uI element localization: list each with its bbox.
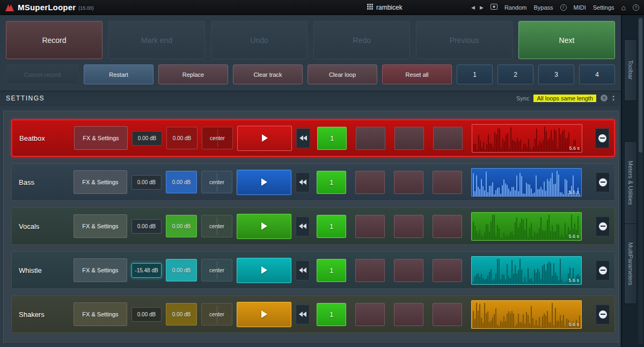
loop-slot-1[interactable]: 1 (317, 127, 347, 150)
waveform-display[interactable]: 5.6 s (471, 212, 582, 241)
play-button[interactable] (237, 214, 291, 239)
toolbar-button-undo[interactable]: Undo (211, 21, 308, 59)
loop-gain-value[interactable]: 0.00 dB (166, 259, 197, 281)
pan-value[interactable]: center (201, 259, 232, 281)
loop-slot-4[interactable] (433, 171, 462, 194)
toolbar-button-mark-end[interactable]: Mark end (108, 21, 205, 59)
bypass-button[interactable]: Bypass (533, 4, 553, 11)
play-button[interactable] (237, 302, 291, 327)
loop-slot-4[interactable] (433, 127, 463, 150)
home-icon[interactable]: ⌂ (621, 3, 626, 12)
track-gain-value[interactable]: -15.48 dB (131, 263, 162, 278)
side-tab-multiparameters[interactable]: MultiParameters (624, 223, 637, 304)
loop-slot-2[interactable] (356, 127, 385, 150)
toolbar-button-next[interactable]: Next (518, 21, 615, 59)
info-icon[interactable]: ! (560, 4, 567, 11)
loop-slot-3[interactable] (394, 259, 423, 282)
preset-selector[interactable]: rambicek (367, 4, 402, 11)
loop-slot-1[interactable]: 1 (317, 215, 346, 238)
prev-preset-icon[interactable]: ◀ (471, 5, 475, 10)
loop-slot-2[interactable] (355, 259, 385, 282)
pan-value[interactable]: center (201, 303, 232, 326)
next-preset-icon[interactable]: ▶ (480, 5, 484, 10)
random-button[interactable]: Random (504, 4, 527, 11)
waveform-display[interactable]: 5.6 s (471, 256, 582, 285)
rewind-button[interactable] (296, 216, 310, 236)
loop-gain-value[interactable]: 0.00 dB (166, 303, 197, 326)
pan-value[interactable]: center (201, 171, 232, 193)
toolbar-button-3[interactable]: 3 (538, 64, 574, 84)
track-gain-value[interactable]: 0.00 dB (131, 219, 162, 234)
fx-settings-button[interactable]: FX & Settings (74, 170, 127, 194)
loop-slot-3[interactable] (394, 127, 424, 150)
waveform-display[interactable]: 5.6 s (471, 300, 582, 329)
fx-settings-button[interactable]: FX & Settings (74, 126, 128, 150)
remove-track-button[interactable] (596, 261, 610, 280)
loop-slot-4[interactable] (433, 259, 462, 282)
remove-track-button[interactable] (595, 128, 609, 148)
toolbar-button-reset-all[interactable]: Reset all (382, 64, 452, 84)
rewind-button[interactable] (296, 172, 310, 192)
stepper-down-icon[interactable]: ▼ (612, 98, 615, 102)
loop-slot-1[interactable]: 1 (317, 259, 346, 282)
tracks-panel: Beatbox FX & Settings 0.00 dB 0.00 dB ce… (3, 111, 619, 344)
sidebar-scrollbar[interactable] (638, 17, 643, 344)
minus-icon (599, 310, 607, 319)
pan-value[interactable]: center (201, 215, 232, 237)
loop-gain-value[interactable]: 0.00 dB (166, 171, 197, 193)
play-button[interactable] (237, 126, 292, 151)
fx-settings-button[interactable]: FX & Settings (74, 302, 127, 326)
toolbar-button-replace[interactable]: Replace (158, 64, 228, 84)
remove-track-button[interactable] (596, 305, 610, 324)
track-gain-value[interactable]: 0.00 dB (132, 131, 162, 146)
toolbar-button-clear-loop[interactable]: Clear loop (308, 64, 377, 84)
remove-track-button[interactable] (596, 172, 610, 192)
loop-slot-2[interactable] (355, 215, 385, 238)
sync-stepper[interactable]: ▲ ▼ (612, 95, 615, 102)
image-icon[interactable] (491, 4, 497, 11)
loop-slot-2[interactable] (355, 303, 385, 326)
fx-settings-button[interactable]: FX & Settings (74, 214, 127, 238)
loop-slot-3[interactable] (394, 303, 423, 326)
settings-button[interactable]: Settings (593, 4, 614, 11)
toolbar-button-redo[interactable]: Redo (313, 21, 410, 59)
rewind-button[interactable] (296, 128, 310, 148)
toolbar-button-clear-track[interactable]: Clear track (233, 64, 303, 84)
toolbar-button-1[interactable]: 1 (457, 64, 493, 84)
scrollbar-thumb[interactable] (639, 18, 642, 153)
waveform-display[interactable]: 5.6 s (471, 168, 582, 197)
remove-track-button[interactable] (596, 216, 610, 236)
loop-gain-value[interactable]: 0.00 dB (166, 215, 197, 237)
toolbar-button-previous[interactable]: Previous (416, 21, 513, 59)
toolbar-button-2[interactable]: 2 (497, 64, 533, 84)
help-icon[interactable]: ? (633, 4, 639, 11)
stepper-up-icon[interactable]: ▲ (612, 95, 615, 98)
loop-slot-1[interactable]: 1 (317, 171, 346, 194)
toolbar-button-record[interactable]: Record (6, 21, 103, 59)
loop-slot-4[interactable] (433, 215, 462, 238)
midi-button[interactable]: MIDI (574, 4, 586, 11)
track-gain-value[interactable]: 0.00 dB (131, 307, 162, 322)
toolbar-button-4[interactable]: 4 (579, 64, 615, 84)
melda-logo-icon[interactable] (5, 4, 14, 11)
loop-slot-3[interactable] (394, 171, 423, 194)
side-tab-toolbar[interactable]: Toolbar (624, 39, 637, 101)
fx-settings-button[interactable]: FX & Settings (74, 258, 127, 282)
pan-value[interactable]: center (202, 127, 233, 149)
toolbar-button-restart[interactable]: Restart (84, 64, 153, 84)
rewind-button[interactable] (296, 305, 310, 324)
loop-slot-3[interactable] (394, 215, 423, 238)
sync-mode-select[interactable]: All loops same length (533, 95, 596, 102)
track-gain-value[interactable]: 0.00 dB (131, 175, 162, 190)
loop-gain-value[interactable]: 0.00 dB (166, 127, 197, 149)
rewind-button[interactable] (296, 261, 310, 280)
side-tab-meters-utilities[interactable]: Meters & Utilities (624, 141, 637, 225)
toolbar-button-cancel-record[interactable]: Cancel record (6, 64, 79, 84)
waveform-display[interactable]: 5.6 s (472, 124, 582, 153)
play-button[interactable] (237, 170, 291, 195)
loop-slot-2[interactable] (355, 171, 385, 194)
play-button[interactable] (237, 258, 291, 283)
sync-help-icon[interactable]: ? (601, 95, 608, 102)
loop-slot-1[interactable]: 1 (317, 303, 346, 326)
loop-slot-4[interactable] (433, 303, 462, 326)
